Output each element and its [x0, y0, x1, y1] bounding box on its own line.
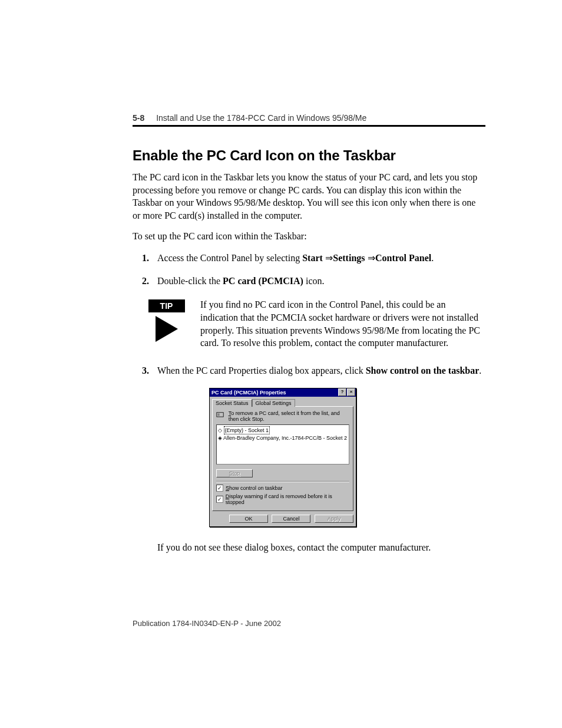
tab-panel: To remove a PC card, select it from the …	[212, 406, 353, 511]
divider	[216, 481, 349, 482]
step-1-text: Access the Control Panel by selecting	[157, 253, 302, 263]
running-header: 5-8 Install and Use the 1784-PCC Card in…	[133, 113, 485, 123]
ui-control-panel: Control Panel	[375, 253, 431, 263]
dialog-hint: To remove a PC card, select it from the …	[216, 410, 349, 422]
dialog-tabs: Socket StatusGlobal Settings	[210, 397, 356, 406]
pccard-icon	[216, 410, 225, 419]
stop-label: Stop	[229, 470, 240, 476]
header-rule	[133, 125, 485, 127]
page-content: Enable the PC Card Icon on the Taskbar T…	[133, 147, 485, 553]
arrow-icon: ⇒	[323, 253, 333, 263]
svg-rect-1	[217, 413, 219, 416]
ui-start: Start	[302, 253, 323, 263]
checkbox-show-control[interactable]: ✓ Show control on taskbar	[216, 485, 349, 492]
cancel-button[interactable]: Cancel	[272, 515, 310, 523]
tip-badge-column: TIP	[133, 298, 200, 349]
dialog-title: PC Card (PCMCIA) Properties	[211, 390, 286, 396]
checkbox-icon: ✓	[216, 485, 223, 492]
checkbox-label: isplay warning if card is removed before…	[226, 493, 332, 505]
list-item-label: (Empty) - Socket 1	[224, 426, 270, 434]
socket-listbox[interactable]: ◇ (Empty) - Socket 1 ◈ Allen-Bradley Com…	[216, 424, 349, 465]
tip-text: If you find no PC card icon in the Contr…	[200, 298, 485, 349]
step-number: 3.	[142, 364, 149, 377]
tip-badge: TIP	[148, 299, 185, 312]
help-button[interactable]: ?	[338, 388, 346, 396]
dialog-titlebar: PC Card (PCMCIA) Properties ? ×	[210, 388, 356, 397]
tip-block: TIP If you find no PC card icon in the C…	[133, 298, 485, 349]
step-number: 1.	[142, 251, 149, 265]
step-2: 2. Double-click the PC card (PCMCIA) ico…	[133, 274, 485, 288]
pcmcia-properties-dialog: PC Card (PCMCIA) Properties ? × Socket S…	[209, 388, 356, 527]
stop-button[interactable]: Stop	[216, 469, 253, 477]
chapter-title: Install and Use the 1784-PCC Card in Win…	[156, 113, 366, 123]
checkbox-icon: ✓	[216, 496, 223, 503]
step-number: 2.	[142, 274, 149, 288]
arrow-icon: ⇒	[365, 253, 375, 263]
tab-global-settings[interactable]: Global Settings	[252, 399, 295, 407]
apply-label: Apply	[328, 516, 341, 522]
checkbox-display-warning[interactable]: ✓ Display warning if card is removed bef…	[216, 493, 349, 505]
tip-arrow-icon	[156, 316, 178, 342]
publication-footer: Publication 1784-IN034D-EN-P - June 2002	[133, 619, 281, 628]
tab-socket-status[interactable]: Socket Status	[212, 399, 252, 407]
checkbox-label: how control on taskbar	[229, 485, 283, 491]
section-heading: Enable the PC Card Icon on the Taskbar	[133, 147, 485, 164]
step-3-post: .	[479, 365, 481, 375]
step-list-cont: 3. When the PC card Properties dialog bo…	[133, 364, 485, 377]
list-item[interactable]: ◈ Allen-Bradley Company, Inc.-1784-PCC/B…	[218, 434, 348, 442]
list-item[interactable]: ◇ (Empty) - Socket 1	[218, 426, 348, 434]
page-number: 5-8	[133, 113, 144, 123]
ok-button[interactable]: OK	[229, 515, 268, 523]
step-list: 1. Access the Control Panel by selecting…	[133, 251, 485, 288]
step-3-text: When the PC card Properties dialog box a…	[157, 365, 366, 375]
list-item-label: Allen-Bradley Company, Inc.-1784-PCC/B -…	[223, 435, 347, 441]
ui-settings: Settings	[333, 253, 365, 263]
document-page: 5-8 Install and Use the 1784-PCC Card in…	[0, 0, 562, 728]
apply-button[interactable]: Apply	[315, 515, 353, 523]
ui-pccard: PC card (PCMCIA)	[223, 276, 303, 286]
close-button[interactable]: ×	[347, 388, 355, 396]
hint-text: o remove a PC card, select it from the l…	[229, 410, 340, 422]
period: .	[431, 253, 434, 263]
dialog-figure: PC Card (PCMCIA) Properties ? × Socket S…	[209, 388, 485, 527]
lead-in-paragraph: To set up the PC card icon within the Ta…	[133, 230, 485, 243]
dialog-buttons: OK Cancel Apply	[210, 513, 356, 526]
step-3: 3. When the PC card Properties dialog bo…	[133, 364, 485, 377]
step-2-text: Double-click the	[157, 276, 223, 286]
step-2-post: icon.	[303, 276, 325, 286]
intro-paragraph: The PC card icon in the Taskbar lets you…	[133, 171, 485, 222]
ui-show-control: Show control on the taskbar	[366, 365, 480, 375]
step-1: 1. Access the Control Panel by selecting…	[133, 251, 485, 265]
post-dialog-note: If you do not see these dialog boxes, co…	[157, 542, 485, 553]
